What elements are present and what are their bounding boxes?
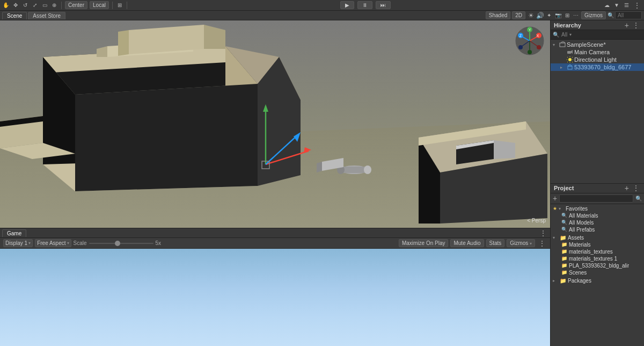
project-favorites-folder[interactable]: ★ ▾ Favorites bbox=[551, 205, 644, 212]
scene-search-input[interactable] bbox=[615, 11, 642, 19]
svg-marker-23 bbox=[494, 140, 515, 159]
favorites-label: Favorites bbox=[566, 206, 588, 212]
hierarchy-add-btn[interactable]: + bbox=[625, 21, 629, 29]
tab-asset-store[interactable]: Asset Store bbox=[28, 12, 65, 19]
search-icon-project: 🔍 bbox=[635, 196, 642, 201]
stats-btn[interactable]: Stats bbox=[486, 239, 505, 247]
project-pla-folder[interactable]: 📁 PLA_53393632_bldg_alir bbox=[551, 262, 644, 269]
tab-game[interactable]: Game bbox=[2, 229, 26, 237]
scale-tool-btn[interactable]: ⤢ bbox=[31, 2, 39, 9]
game-toolbar-more-btn[interactable]: ⋮ bbox=[537, 239, 547, 248]
hierarchy-item-sample-scene[interactable]: ▾ SampleScene* bbox=[551, 41, 644, 48]
maximize-on-play-btn[interactable]: Maximize On Play bbox=[399, 239, 449, 247]
move-tool-btn[interactable]: ✥ bbox=[12, 2, 19, 9]
scene-lighting-btn[interactable]: ☀ bbox=[527, 12, 535, 19]
hierarchy-item-building[interactable]: ▸ 53393670_bldg_6677 bbox=[551, 63, 644, 71]
svg-point-49 bbox=[537, 45, 541, 49]
gizmo-compass[interactable]: X Y Z bbox=[514, 25, 546, 57]
assets-expand: ▾ bbox=[553, 235, 558, 240]
game-more-btn[interactable]: ⋮ bbox=[538, 229, 548, 237]
rotate-tool-btn[interactable]: ↺ bbox=[21, 2, 29, 9]
play-button[interactable]: ▶ bbox=[340, 1, 354, 9]
transform-tool-btn[interactable]: ⊕ bbox=[50, 2, 58, 9]
all-materials-label: All Materials bbox=[569, 213, 598, 219]
audio-btn[interactable]: 🔊 bbox=[536, 12, 544, 19]
scene-view[interactable]: X Y Z < Persp bbox=[0, 20, 550, 228]
gizmos-btn[interactable]: Gizmos bbox=[581, 11, 606, 19]
project-packages-folder[interactable]: ▸ 📁 Packages bbox=[551, 277, 644, 284]
effects-btn[interactable]: ✦ bbox=[545, 12, 553, 19]
particles-icon[interactable]: ⋯ bbox=[572, 12, 580, 19]
extra-icons: ⊞ ⋯ bbox=[564, 12, 580, 19]
collab-icon[interactable]: ☁ bbox=[603, 2, 611, 9]
hand-tool-btn[interactable]: ✋ bbox=[2, 2, 10, 9]
game-toolbar-right: Maximize On Play Mute Audio Stats Gizmos… bbox=[399, 239, 547, 248]
tab-scene[interactable]: Scene bbox=[2, 12, 27, 19]
assets-folder-icon: 📁 bbox=[560, 235, 566, 241]
expand-arrow-scene: ▾ bbox=[553, 42, 558, 47]
svg-text:Z: Z bbox=[519, 34, 522, 38]
pause-button[interactable]: ⏸ bbox=[357, 1, 372, 9]
hierarchy-item-directional-light[interactable]: ▸ Directional Light bbox=[551, 56, 644, 63]
game-view-container: Game ⋮ Display 1 ▾ Free Aspect ▾ Scale bbox=[0, 228, 550, 346]
center-btn[interactable]: Center bbox=[65, 1, 87, 9]
project-all-models[interactable]: 🔍 All Models bbox=[551, 219, 644, 226]
project-materials-folder[interactable]: 📁 Materials bbox=[551, 241, 644, 248]
mute-audio-btn[interactable]: Mute Audio bbox=[450, 239, 484, 247]
mat-textures-label: materials_textures bbox=[569, 249, 613, 255]
project-mat-textures1-folder[interactable]: 📁 materials_textures 1 bbox=[551, 255, 644, 262]
more-options-btn[interactable]: ⋮ bbox=[632, 1, 642, 10]
gizmos-game-btn[interactable]: Gizmos ▾ bbox=[507, 239, 535, 247]
project-tree: ★ ▾ Favorites 🔍 All Materials 🔍 All Mode… bbox=[551, 204, 644, 347]
svg-rect-69 bbox=[568, 66, 572, 69]
project-all-materials[interactable]: 🔍 All Materials bbox=[551, 212, 644, 219]
game-toolbar: Display 1 ▾ Free Aspect ▾ Scale 5x Maxim… bbox=[0, 238, 550, 249]
pla-label: PLA_53393632_bldg_alir bbox=[569, 263, 629, 269]
hierarchy-search-input[interactable] bbox=[574, 32, 642, 38]
mat-textures1-label: materials_textures 1 bbox=[569, 256, 617, 262]
packages-folder-icon: 📁 bbox=[560, 278, 566, 284]
camera-icon[interactable]: 📷 bbox=[554, 12, 562, 19]
packages-expand: ▸ bbox=[553, 278, 558, 283]
svg-rect-58 bbox=[567, 51, 571, 54]
display-dropdown[interactable]: Display 1 ▾ bbox=[3, 239, 33, 247]
layers-icon[interactable]: ☰ bbox=[623, 2, 630, 9]
expand-arrow-building: ▸ bbox=[560, 65, 566, 70]
search-icon-prefabs: 🔍 bbox=[561, 227, 567, 232]
shading-mode-btn[interactable]: Shaded bbox=[486, 11, 510, 19]
project-add-btn[interactable]: + bbox=[625, 184, 629, 192]
scale-slider[interactable] bbox=[89, 243, 153, 244]
scene-icon bbox=[559, 41, 566, 48]
grid-icon[interactable]: ⊞ bbox=[564, 12, 571, 19]
game-view-canvas bbox=[0, 249, 550, 346]
divider-1 bbox=[61, 2, 62, 9]
scene-3d-canvas bbox=[0, 20, 550, 228]
hierarchy-more-btn[interactable]: ⋮ bbox=[631, 21, 641, 30]
persp-label[interactable]: < Persp bbox=[527, 218, 546, 224]
hierarchy-item-main-camera[interactable]: ▸ Main Camera bbox=[551, 48, 644, 56]
gizmos-chevron: ▾ bbox=[530, 241, 532, 246]
project-scenes-folder[interactable]: 📁 Scenes bbox=[551, 269, 644, 276]
scenes-folder-icon: 📁 bbox=[561, 270, 567, 275]
project-toolbar: + 🔍 bbox=[551, 193, 644, 204]
right-panel: Hierarchy + ⋮ 🔍 All ▾ ▾ bbox=[550, 20, 644, 346]
project-more-btn[interactable]: ⋮ bbox=[631, 184, 641, 192]
camera-icon bbox=[567, 49, 573, 55]
local-btn[interactable]: Local bbox=[90, 1, 109, 9]
aspect-dropdown[interactable]: Free Aspect ▾ bbox=[35, 239, 71, 247]
2d-btn[interactable]: 2D bbox=[512, 11, 525, 19]
project-all-prefabs[interactable]: 🔍 All Prefabs bbox=[551, 226, 644, 233]
svg-line-67 bbox=[572, 57, 573, 57]
step-button[interactable]: ⏭ bbox=[376, 1, 391, 9]
svg-line-65 bbox=[567, 57, 568, 57]
rect-tool-btn[interactable]: ▭ bbox=[41, 2, 48, 9]
snap-icon[interactable]: ⊞ bbox=[116, 2, 123, 9]
project-toolbar-add-btn[interactable]: + bbox=[553, 194, 557, 202]
project-search-input[interactable] bbox=[559, 194, 633, 203]
project-title: Project bbox=[554, 185, 574, 191]
project-assets-folder[interactable]: ▾ 📁 Assets bbox=[551, 234, 644, 241]
account-dropdown[interactable]: ▼ bbox=[613, 2, 620, 9]
svg-point-51 bbox=[528, 50, 532, 54]
directional-light-label: Directional Light bbox=[574, 56, 617, 63]
project-mat-textures-folder[interactable]: 📁 materials_textures bbox=[551, 248, 644, 255]
